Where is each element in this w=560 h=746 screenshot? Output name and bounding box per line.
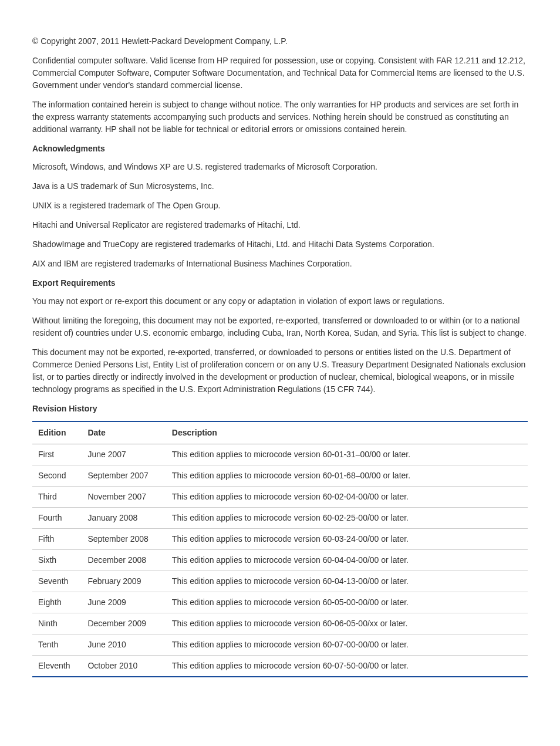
copyright-line: © Copyright 2007, 2011 Hewlett-Packard D… [32,35,528,48]
ack-java: Java is a US trademark of Sun Microsyste… [32,180,528,193]
table-row: SecondSeptember 2007This edition applies… [32,465,528,487]
td-date: December 2009 [82,613,166,634]
ack-microsoft: Microsoft, Windows, and Windows XP are U… [32,161,528,173]
td-edition: First [32,444,82,465]
td-description: This edition applies to microcode versio… [166,656,528,677]
table-row: EleventhOctober 2010This edition applies… [32,656,528,677]
td-date: June 2009 [82,592,166,613]
ack-shadowimage: ShadowImage and TrueCopy are registered … [32,238,528,251]
acknowledgments-heading: Acknowledgments [32,143,528,155]
ack-aix: AIX and IBM are registered trademarks of… [32,258,528,270]
table-header-row: Edition Date Description [32,421,528,444]
info-notice-paragraph: The information contained herein is subj… [32,99,528,136]
td-date: February 2009 [82,571,166,592]
export-paragraph-1: You may not export or re-export this doc… [32,295,528,308]
td-edition: Third [32,487,82,508]
td-date: January 2008 [82,508,166,529]
td-edition: Seventh [32,571,82,592]
td-edition: Tenth [32,634,82,656]
td-description: This edition applies to microcode versio… [166,508,528,529]
td-edition: Sixth [32,550,82,571]
td-description: This edition applies to microcode versio… [166,529,528,550]
th-edition: Edition [32,421,82,444]
export-paragraph-3: This document may not be exported, re-ex… [32,346,528,396]
table-row: ThirdNovember 2007This edition applies t… [32,487,528,508]
td-date: September 2008 [82,529,166,550]
td-edition: Second [32,465,82,487]
table-row: EighthJune 2009This edition applies to m… [32,592,528,613]
table-row: SeventhFebruary 2009This edition applies… [32,571,528,592]
th-description: Description [166,421,528,444]
td-edition: Fourth [32,508,82,529]
table-row: SixthDecember 2008This edition applies t… [32,550,528,571]
export-paragraph-2: Without limiting the foregoing, this doc… [32,315,528,339]
td-date: October 2010 [82,656,166,677]
table-row: FirstJune 2007This edition applies to mi… [32,444,528,465]
revision-history-table: Edition Date Description FirstJune 2007T… [32,421,528,677]
td-date: June 2010 [82,634,166,656]
td-date: November 2007 [82,487,166,508]
td-description: This edition applies to microcode versio… [166,465,528,487]
confidential-paragraph: Confidential computer software. Valid li… [32,55,528,92]
td-description: This edition applies to microcode versio… [166,613,528,634]
th-date: Date [82,421,166,444]
revision-history-heading: Revision History [32,403,528,415]
ack-unix: UNIX is a registered trademark of The Op… [32,200,528,212]
table-row: FifthSeptember 2008This edition applies … [32,529,528,550]
td-date: September 2007 [82,465,166,487]
table-row: FourthJanuary 2008This edition applies t… [32,508,528,529]
td-edition: Fifth [32,529,82,550]
td-description: This edition applies to microcode versio… [166,592,528,613]
ack-hitachi: Hitachi and Universal Replicator are reg… [32,219,528,231]
table-row: NinthDecember 2009This edition applies t… [32,613,528,634]
export-requirements-heading: Export Requirements [32,277,528,289]
td-description: This edition applies to microcode versio… [166,487,528,508]
td-description: This edition applies to microcode versio… [166,550,528,571]
td-description: This edition applies to microcode versio… [166,571,528,592]
td-date: June 2007 [82,444,166,465]
table-row: TenthJune 2010This edition applies to mi… [32,634,528,656]
td-date: December 2008 [82,550,166,571]
td-edition: Eighth [32,592,82,613]
td-description: This edition applies to microcode versio… [166,634,528,656]
td-edition: Ninth [32,613,82,634]
td-edition: Eleventh [32,656,82,677]
td-description: This edition applies to microcode versio… [166,444,528,465]
